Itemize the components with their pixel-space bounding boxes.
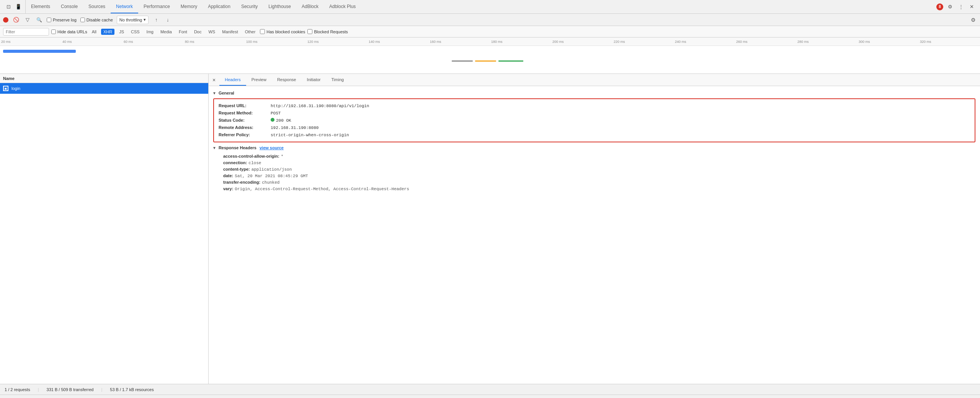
preserve-log-checkbox[interactable] [47,18,51,22]
filter-manifest[interactable]: Manifest [220,29,240,35]
main-area: Name ▣ login × Headers Preview Response … [0,74,980,384]
method-value: POST [271,111,281,116]
tab-elements[interactable]: Elements [26,0,56,13]
mobile-icon[interactable]: 📱 [15,3,22,11]
info-row-status: Status Code: 200 OK [219,117,970,124]
tab-memory[interactable]: Memory [175,0,203,13]
remote-value: 192.168.31.190:8080 [271,126,318,130]
record-button[interactable] [3,17,8,23]
tab-preview[interactable]: Preview [246,74,272,86]
filter-ws[interactable]: WS [206,29,217,35]
disable-cache-label[interactable]: Disable cache [80,18,113,22]
blocked-requests-label[interactable]: Blocked Requests [307,29,348,34]
resp-row-connection: connection: close [218,160,980,166]
filter-img[interactable]: Img [144,29,156,35]
throttle-select[interactable]: No throttling ▾ [117,16,149,24]
tick-label-12: 260 ms [735,38,748,46]
tab-performance[interactable]: Performance [138,0,175,13]
filter-media[interactable]: Media [158,29,174,35]
filter-doc[interactable]: Doc [192,29,204,35]
timeline-tick-15: 320 ms [919,38,931,46]
throttle-value: No throttling [119,18,142,22]
timeline-tick-4: 100 ms [245,38,258,46]
requests-spacer [0,94,208,384]
filter-all[interactable]: All [90,29,99,35]
tab-sources[interactable]: Sources [83,0,111,13]
tab-application[interactable]: Application [203,0,236,13]
resp-val-date: Sat, 20 Mar 2021 08:45:29 GMT [235,174,308,178]
filter-other[interactable]: Other [243,29,258,35]
tab-adblock-plus[interactable]: Adblock Plus [324,0,361,13]
export-icon[interactable]: ↓ [164,16,172,24]
resp-row-allow-origin: access-control-allow-origin: * [218,153,980,160]
filter-font[interactable]: Font [176,29,189,35]
tick-label-3: 80 ms [184,38,194,46]
tab-timing[interactable]: Timing [326,74,350,86]
tab-response[interactable]: Response [272,74,302,86]
tab-console[interactable]: Console [56,0,83,13]
throttle-arrow-icon: ▾ [144,17,146,22]
resp-key-allow-origin: access-control-allow-origin: [223,154,279,158]
filter-js[interactable]: JS [117,29,126,35]
timeline-area: 20 ms40 ms60 ms80 ms100 ms120 ms140 ms16… [0,38,980,74]
general-section-header[interactable]: ▼ General [209,89,980,97]
tab-security[interactable]: Security [236,0,263,13]
general-triangle-icon: ▼ [212,91,216,95]
search-icon[interactable]: 🔍 [35,16,43,24]
hide-data-urls-label[interactable]: Hide data URLs [51,29,87,34]
filter-xhr[interactable]: XHR [101,29,114,35]
filter-css[interactable]: CSS [129,29,142,35]
dock-icon[interactable]: ⊡ [5,3,12,11]
referrer-value: strict-origin-when-cross-origin [271,133,349,137]
resp-val-content-type: application/json [252,167,292,172]
view-source-link[interactable]: view source [260,145,284,150]
tick-label-11: 240 ms [674,38,686,46]
status-label: Status Code: [219,118,268,122]
method-label: Request Method: [219,111,268,115]
tick-label-15: 320 ms [919,38,931,46]
tab-network[interactable]: Network [111,0,138,13]
has-blocked-cookies-checkbox[interactable] [260,29,265,34]
whats-new-tab[interactable]: What's New × [40,395,75,398]
requests-panel: Name ▣ login [0,74,209,384]
devtools-icons: ⊡ 📱 [2,0,26,13]
general-box: Request URL: http://192.168.31.190:8080/… [213,98,975,142]
resp-key-connection: connection: [223,160,247,165]
filter-icon[interactable]: ▽ [24,16,31,24]
timeline-tick-13: 280 ms [796,38,809,46]
response-headers-section-header[interactable]: ▼ Response Headers view source [209,144,980,152]
more-icon[interactable]: ⋮ [957,3,965,11]
tick-label-9: 200 ms [551,38,564,46]
tab-lighthouse[interactable]: Lighthouse [263,0,296,13]
hide-data-urls-checkbox[interactable] [51,29,56,34]
close-icon[interactable]: ✕ [968,3,975,11]
filter-input[interactable] [3,28,49,36]
resp-val-transfer: chunked [262,180,279,185]
tab-initiator[interactable]: Initiator [301,74,326,86]
requests-count: 1 / 2 requests [5,387,30,392]
timeline-tick-9: 200 ms [551,38,564,46]
tick-label-7: 160 ms [429,38,441,46]
tab-headers[interactable]: Headers [219,74,246,86]
console-tab[interactable]: Console [12,395,35,398]
preserve-log-label[interactable]: Preserve log [47,18,77,22]
error-badge[interactable]: 8 [936,3,943,10]
resp-row-vary: vary: Origin, Access-Control-Request-Met… [218,186,980,192]
blocked-requests-checkbox[interactable] [307,29,312,34]
request-row-login[interactable]: ▣ login [0,83,208,94]
request-icon: ▣ [3,86,8,91]
tick-label-14: 300 ms [858,38,870,46]
toolbar: 🚫 ▽ 🔍 Preserve log Disable cache No thro… [0,14,980,26]
resp-val-vary: Origin, Access-Control-Request-Method, A… [235,187,409,191]
settings-icon[interactable]: ⚙ [946,3,954,11]
clear-button[interactable]: 🚫 [12,16,20,24]
details-close-button[interactable]: × [209,77,219,83]
tick-label-4: 100 ms [245,38,258,46]
import-icon[interactable]: ↑ [152,16,160,24]
disable-cache-checkbox[interactable] [80,18,85,22]
has-blocked-cookies-label[interactable]: Has blocked cookies [260,29,305,34]
network-settings-icon[interactable]: ⚙ [969,16,977,24]
info-row-referrer: Referrer Policy: strict-origin-when-cros… [219,131,970,139]
general-section-title: General [219,91,234,95]
tab-adblock[interactable]: AdBlock [296,0,324,13]
